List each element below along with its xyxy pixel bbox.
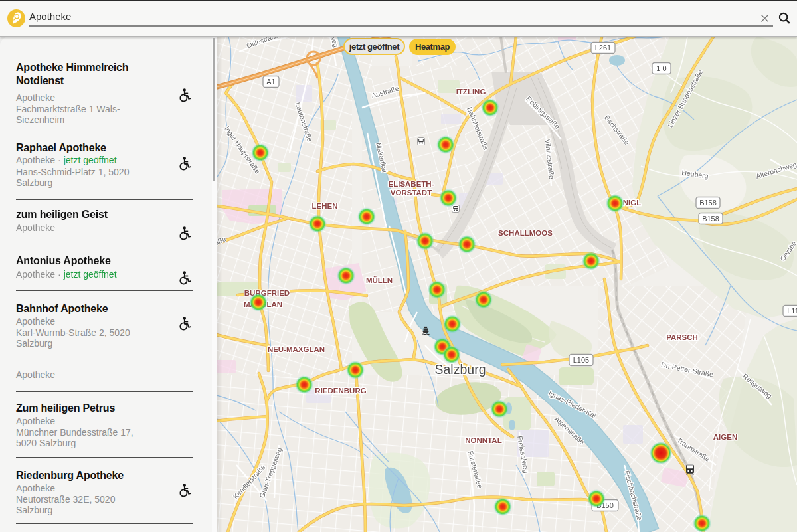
- svg-text:ITZLING: ITZLING: [456, 88, 486, 96]
- svg-text:B158: B158: [699, 199, 717, 207]
- svg-text:BURGFRIED: BURGFRIED: [244, 289, 290, 297]
- svg-text:L11: L11: [787, 307, 797, 315]
- svg-text:MÜLLN: MÜLLN: [366, 276, 393, 284]
- svg-text:L261: L261: [595, 44, 611, 52]
- svg-text:ELISABETH-: ELISABETH-: [389, 180, 434, 188]
- svg-text:1 0: 1 0: [656, 64, 666, 72]
- svg-text:L105: L105: [573, 356, 589, 364]
- svg-text:NEU-MAXGLAN: NEU-MAXGLAN: [268, 345, 325, 353]
- svg-text:VORSTADT: VORSTADT: [391, 189, 432, 197]
- svg-text:LEHEN: LEHEN: [312, 202, 338, 210]
- svg-text:NONNTAL: NONNTAL: [465, 436, 501, 444]
- svg-text:B158: B158: [702, 215, 719, 222]
- svg-text:A1: A1: [266, 78, 275, 86]
- svg-text:SCHALLMOOS: SCHALLMOOS: [498, 229, 553, 237]
- svg-text:Salzburg: Salzburg: [435, 362, 486, 377]
- svg-text:RIEDENBURG: RIEDENBURG: [315, 387, 366, 395]
- svg-text:AIGEN: AIGEN: [713, 433, 737, 441]
- svg-text:PARSCH: PARSCH: [666, 333, 698, 341]
